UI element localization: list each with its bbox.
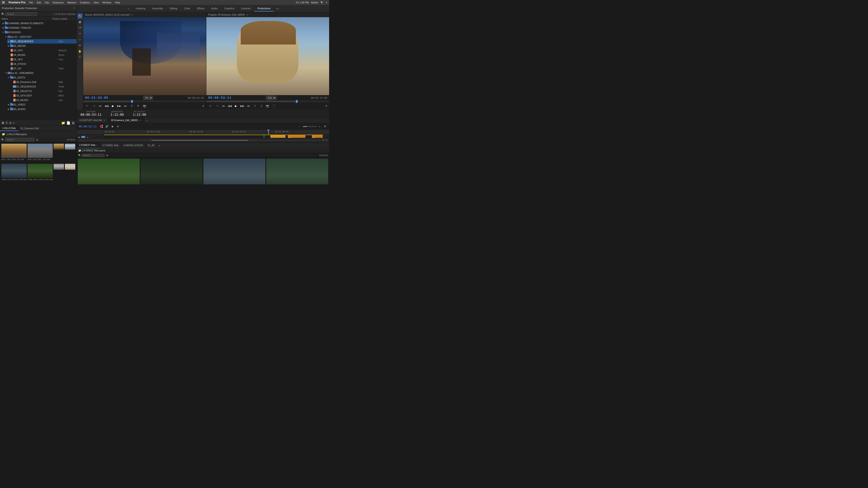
search-icon[interactable]: 🔍 [320, 1, 324, 4]
tab-riding-lesson[interactable]: 4-RIDING LESSON [121, 142, 146, 149]
list-item[interactable]: C04B_C018_0101DL_001.mp4 [1, 164, 27, 183]
menu-edit[interactable]: Edit [37, 1, 41, 4]
tl-marker-btn[interactable]: ◆ [110, 124, 115, 129]
program-mark-out-btn[interactable]: ⊣ [215, 103, 219, 108]
program-play-btn[interactable]: ▶ [234, 103, 239, 108]
list-item[interactable]: 03_GFX Marjorie [7, 48, 76, 53]
expand-arrow[interactable]: ▶ [7, 40, 10, 42]
menu-markers[interactable]: Markers [67, 1, 76, 4]
icon-view-btn[interactable]: ⊞ [9, 121, 11, 125]
list-item[interactable]: ▶ 02_VIDEO [7, 102, 76, 107]
slip-tool[interactable]: ↔ [78, 37, 83, 42]
project-search-input[interactable] [5, 12, 37, 16]
tl-zoom-out-btn[interactable]: − [298, 124, 302, 129]
expand-arrow[interactable]: ▶ [2, 22, 4, 24]
list-item[interactable]: ▼ 01_EDITS [7, 75, 76, 80]
list-item[interactable]: ▶ CHANNEL TRAILER [2, 26, 76, 30]
nav-productions[interactable]: Productions [254, 6, 274, 11]
source-fit-dropdown[interactable]: Fit [143, 96, 153, 100]
program-mark-in-btn[interactable]: ⊢ [208, 103, 213, 108]
tl-zoom-slider[interactable] [303, 126, 316, 127]
tab-menu-icon[interactable]: ≡ [96, 144, 98, 147]
bin-tabs-more[interactable]: » [157, 144, 161, 147]
list-item[interactable]: 06_STOCK [7, 62, 76, 66]
clip-v3-orange[interactable] [270, 135, 286, 138]
nav-editing[interactable]: Editing [166, 6, 181, 11]
track-clips-v3[interactable]: Foot Ora [104, 135, 323, 138]
menu-graphics[interactable]: Graphics [80, 1, 90, 4]
source-menu-icon[interactable]: ≡ [131, 13, 133, 16]
timeline-timecode[interactable]: 00:00:53:11 [79, 125, 96, 128]
list-item[interactable]: 04_MUSIC Bruce [7, 53, 76, 57]
menu-sequence[interactable]: Sequence [53, 1, 64, 4]
source-play-btn[interactable]: ▶ [110, 103, 115, 108]
menu-help[interactable]: Help [115, 1, 120, 4]
notification-icon[interactable]: ≡ [326, 1, 327, 4]
list-item[interactable]: 05_SFX Fran [7, 57, 76, 62]
source-playhead-handle[interactable] [131, 100, 133, 103]
panel-menu-icon[interactable]: ≡ [73, 7, 75, 9]
source-mark-in-btn[interactable]: ⊢ [85, 103, 90, 108]
nav-home-btn[interactable]: ⌂ [125, 6, 132, 11]
program-camera-btn[interactable]: 📷 [265, 103, 270, 108]
timeline-horizontal-scroll[interactable] [79, 140, 321, 141]
list-item[interactable] [54, 144, 64, 163]
list-item[interactable]: C04B_C020_0101U4_001.mp4 [266, 159, 328, 184]
metadata-view-btn[interactable]: ≡ [13, 121, 14, 125]
clip-foot[interactable]: Foot [288, 135, 305, 138]
source-overwrite-btn[interactable]: ↯ [135, 103, 141, 108]
list-item[interactable]: C04B_C017_010101_001.mp4 [141, 159, 203, 184]
tab-dreamers-edit[interactable]: 00_Dreamers Edit [18, 126, 41, 131]
tab-close-icon[interactable]: ✕ [103, 119, 105, 122]
source-add-btn[interactable]: + [202, 104, 204, 108]
nav-learning[interactable]: Learning [133, 6, 149, 11]
menu-view[interactable]: View [94, 1, 99, 4]
hand-tool[interactable]: ✋ [78, 49, 83, 54]
source-go-out-btn[interactable]: ⏭ [123, 103, 128, 108]
list-item[interactable]: 07_VO Todd [7, 66, 76, 71]
expand-arrow[interactable]: ▼ [2, 31, 4, 33]
bin-grid-toggle[interactable]: ⊞ [36, 138, 38, 141]
list-item[interactable]: ▶ CHANNEL BRAND ELEMENTS [2, 21, 76, 26]
list-item[interactable]: 02_SELECTS Dan [10, 89, 76, 93]
menu-file[interactable]: File [29, 1, 33, 4]
nav-audio[interactable]: Audio [208, 6, 221, 11]
nav-color[interactable]: Color [181, 6, 193, 11]
program-fullscreen-btn[interactable]: ⛶ [272, 103, 276, 108]
tl-magnet-btn[interactable]: 🧲 [99, 124, 104, 129]
list-item[interactable]: ▼ EPISODES [2, 30, 76, 35]
tab-tunnel-ride[interactable]: 3-TUNNEL Ride [100, 142, 121, 149]
list-item[interactable]: 03_GFX-EDIT Mitch [10, 93, 76, 98]
program-step-back-btn[interactable]: ◀◀ [227, 103, 232, 108]
source-progress-bar[interactable] [83, 101, 206, 102]
nav-more-btn[interactable]: >> [274, 6, 281, 11]
bin-search-input[interactable] [5, 138, 34, 141]
nav-assembly[interactable]: Assembly [149, 6, 166, 11]
list-item[interactable]: ▼ Ep 02 - DREAMERS [4, 71, 76, 75]
program-lift-btn[interactable]: ⇧ [252, 103, 257, 108]
list-item[interactable] [65, 164, 75, 183]
tl-zoom-in-btn[interactable]: + [317, 124, 322, 129]
clip-v3-label2[interactable]: Ora [312, 135, 323, 138]
expand-arrow[interactable]: ▼ [7, 76, 10, 78]
tab-hills-ride[interactable]: 1-HILLS Ride [0, 126, 18, 131]
expand-arrow[interactable]: ▶ [7, 45, 10, 47]
timeline-ruler[interactable]: 00:00:00 00:00:15:00 00:00:30:00 00:00:4… [104, 130, 329, 134]
expand-arrow[interactable]: ▶ [7, 103, 10, 106]
program-playhead-handle[interactable] [296, 100, 298, 103]
nav-graphics[interactable]: Graphics [221, 6, 238, 11]
list-item[interactable]: ▶ 03_AUDIO [7, 107, 76, 111]
expand-arrow[interactable]: ▶ [2, 27, 4, 29]
program-extract-btn[interactable]: ⇪ [259, 103, 264, 108]
expand-arrow[interactable]: ▼ [4, 72, 7, 74]
source-insert-btn[interactable]: ↧ [129, 103, 134, 108]
menu-window[interactable]: Window [102, 1, 111, 4]
list-item[interactable]: 04_MUSIC Ivan [10, 98, 76, 102]
source-camera-btn[interactable]: 📷 [142, 103, 147, 108]
expand-arrow[interactable]: ▶ [7, 108, 10, 110]
select-tool[interactable]: ▣ [78, 20, 83, 24]
program-step-fwd-btn[interactable]: ▶▶ [240, 103, 245, 108]
nav-libraries[interactable]: Libraries [238, 6, 254, 11]
nav-effects[interactable]: Effects [194, 6, 208, 11]
pen-tool[interactable]: ✒ [78, 43, 83, 48]
